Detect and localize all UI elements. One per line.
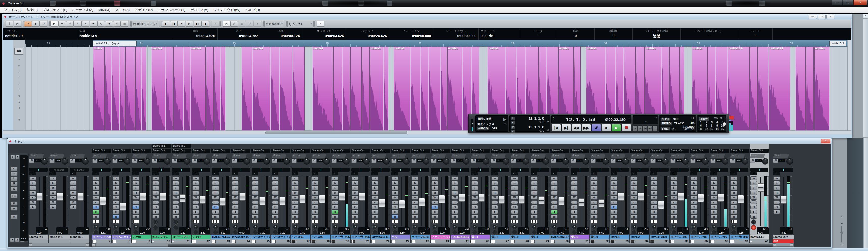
- channel-number-row[interactable]: 9: [132, 240, 151, 243]
- read-button[interactable]: R: [272, 191, 279, 195]
- inserts-state-button[interactable]: ⊟: [691, 205, 697, 209]
- tool-button-6[interactable]: ∿: [97, 21, 105, 27]
- secondary-time[interactable]: 0:00:22.180: [605, 117, 625, 122]
- fader-cap[interactable]: [78, 192, 84, 201]
- chevron-down-icon[interactable]: ▾: [767, 166, 768, 168]
- timesig-value[interactable]: 4/4: [690, 121, 695, 125]
- global-R-button[interactable]: R: [10, 182, 18, 186]
- audio-slice[interactable]: [750, 47, 758, 130]
- record-arm-button[interactable]: [233, 230, 238, 235]
- nudge-button-4[interactable]: ◧: [193, 21, 201, 27]
- mute-button[interactable]: m: [113, 176, 119, 180]
- audio-slice[interactable]: [271, 47, 279, 130]
- sync-value[interactable]: INT.: [672, 127, 677, 130]
- nudge-button-0[interactable]: ◧: [162, 21, 170, 27]
- channel-name[interactable]: コピー元_lz06: [331, 235, 350, 239]
- info-value[interactable]: 0:00:04.626: [304, 34, 344, 38]
- monitor-button[interactable]: ◄: [651, 224, 656, 229]
- collapse-icon[interactable]: «: [531, 166, 532, 168]
- gain-knob[interactable]: [503, 158, 509, 165]
- gain-knob[interactable]: [403, 158, 409, 165]
- marker-number-button[interactable]: 14: [715, 127, 720, 131]
- collapse-icon[interactable]: «: [172, 166, 173, 168]
- command-icon[interactable]: Ψ: [23, 197, 25, 200]
- channel-name[interactable]: lazysnake 06: [231, 235, 251, 239]
- gain-knob[interactable]: [104, 158, 111, 165]
- solo-button[interactable]: S: [750, 181, 757, 185]
- channel-name[interactable]: Mono In 1: [49, 235, 69, 239]
- mute-button[interactable]: m: [432, 176, 438, 180]
- input-gain-value[interactable]: 0.0: [55, 159, 61, 162]
- sends-state-button[interactable]: ▤: [671, 215, 677, 219]
- inserts-state-button[interactable]: ⊟: [332, 205, 338, 209]
- monitor-button[interactable]: ◄: [512, 224, 517, 229]
- channel-number-row[interactable]: 13: [212, 240, 230, 243]
- inserts-state-button[interactable]: ⊟: [432, 205, 438, 209]
- listen-button[interactable]: L: [272, 186, 279, 190]
- input-gain-value[interactable]: 0.0: [137, 159, 144, 162]
- read-button[interactable]: R: [432, 191, 438, 195]
- solo-button[interactable]: S: [372, 181, 378, 185]
- audio-slice[interactable]: [410, 47, 420, 130]
- locator-section[interactable]: L ╲ R ╱ 11. 1. 1. 0 0. 0 13. 1. 1. 0 0. …: [509, 115, 550, 132]
- phase-button[interactable]: Ø: [591, 158, 596, 163]
- edit-button[interactable]: e: [232, 200, 239, 204]
- eq-state-button[interactable]: ◈: [272, 210, 279, 214]
- edit-button[interactable]: e: [29, 195, 36, 200]
- eq-state-button[interactable]: ◈: [411, 210, 418, 214]
- audio-slice[interactable]: [142, 47, 146, 130]
- fader-cap[interactable]: [678, 192, 684, 201]
- output-routing[interactable]: Stereo Out: [172, 149, 190, 153]
- listen-button[interactable]: L: [551, 186, 558, 190]
- monitor-button[interactable]: ◄: [313, 224, 318, 229]
- pan-control[interactable]: [773, 168, 793, 172]
- value-display[interactable]: -2.10.00: [617, 227, 629, 235]
- write-button[interactable]: W: [113, 195, 119, 200]
- monitor-button[interactable]: ◄: [672, 224, 677, 229]
- instrument-button[interactable]: [392, 219, 398, 223]
- fader-cap[interactable]: [618, 192, 624, 201]
- eq-state-button[interactable]: ◈: [152, 210, 159, 214]
- pan-control[interactable]: [272, 168, 290, 172]
- write-button[interactable]: W: [531, 195, 538, 200]
- inserts-state-button[interactable]: ⊟: [372, 205, 378, 209]
- monitor-button[interactable]: ◄: [273, 224, 278, 229]
- solo-button[interactable]: S: [551, 181, 558, 185]
- pan-center-button[interactable]: C: [591, 172, 597, 175]
- channel-name[interactable]: ミク01: [132, 235, 151, 239]
- mute-button[interactable]: m: [511, 176, 518, 180]
- collapse-arrow-icon[interactable]: ▲: [471, 115, 473, 118]
- editor-close-button[interactable]: ✕: [826, 14, 834, 19]
- fader-cap[interactable]: [419, 198, 425, 206]
- read-button[interactable]: R: [93, 191, 99, 195]
- solo-button[interactable]: S: [392, 181, 398, 185]
- input-gain-value[interactable]: 0.0: [755, 159, 762, 162]
- marker-number-button[interactable]: 7: [704, 124, 709, 127]
- pan-center-button[interactable]: C: [112, 172, 119, 175]
- gain-knob[interactable]: [264, 158, 270, 165]
- view-sets-button[interactable]: ≣: [10, 215, 18, 219]
- output-routing[interactable]: Stereo Out: [610, 149, 629, 153]
- mute-button[interactable]: m: [452, 176, 458, 180]
- menu-item-1[interactable]: 編集(E): [24, 7, 40, 12]
- instrument-button[interactable]: [491, 219, 498, 223]
- sends-state-button[interactable]: ▤: [691, 215, 697, 219]
- pan-center-button[interactable]: C: [491, 172, 498, 175]
- sends-state-button[interactable]: ▤: [571, 215, 578, 219]
- audio-slice[interactable]: [214, 47, 220, 130]
- crosshair-button[interactable]: +: [212, 21, 219, 27]
- record-arm-button[interactable]: [631, 230, 637, 235]
- edit-button[interactable]: e: [70, 195, 77, 200]
- instrument-button[interactable]: [611, 219, 617, 223]
- solo-button[interactable]: S: [611, 181, 617, 185]
- mute-button[interactable]: m: [671, 176, 677, 180]
- output-routing[interactable]: Stereo Out: [291, 149, 310, 153]
- pan-control[interactable]: [351, 168, 370, 172]
- fader-track[interactable]: [479, 177, 484, 226]
- edit-button[interactable]: e: [491, 200, 498, 204]
- chevron-down-icon[interactable]: ▾: [648, 166, 649, 168]
- chevron-down-icon[interactable]: ▾: [389, 166, 390, 168]
- fader-cap[interactable]: [100, 197, 106, 205]
- menu-item-6[interactable]: メディア(D): [132, 7, 155, 12]
- instrument-button[interactable]: [192, 219, 199, 223]
